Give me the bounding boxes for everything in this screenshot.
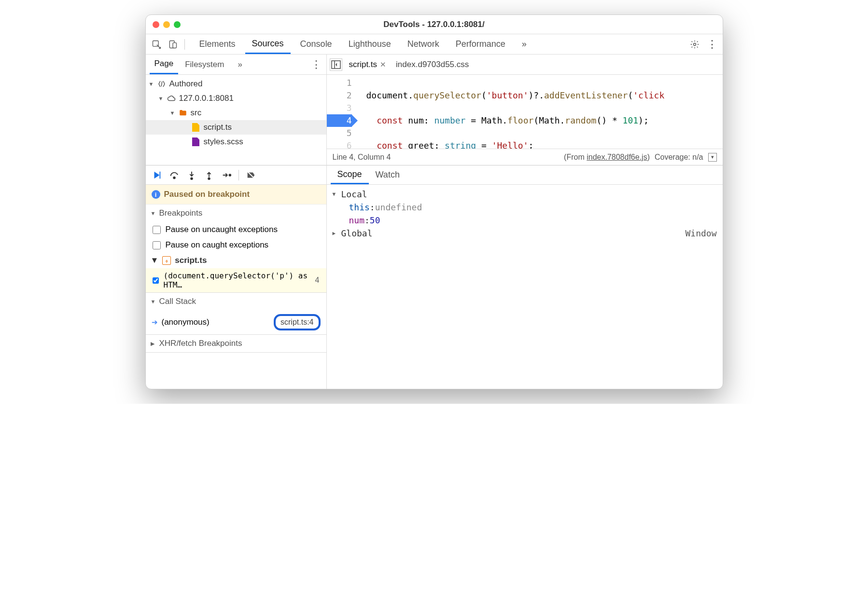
tree-label: 127.0.0.1:8081 xyxy=(179,94,234,103)
tree-label: script.ts xyxy=(204,123,232,132)
scope-this[interactable]: this: undefined xyxy=(330,201,720,214)
inspect-element-icon[interactable] xyxy=(150,38,163,51)
svg-point-3 xyxy=(693,43,696,45)
tab-scope[interactable]: Scope xyxy=(331,165,369,184)
chevron-down-icon: ▼ xyxy=(158,96,165,101)
tree-file-styles[interactable]: styles.scss xyxy=(146,135,326,149)
step-over-button[interactable] xyxy=(167,168,182,182)
resume-button[interactable] xyxy=(150,168,164,182)
tab-console[interactable]: Console xyxy=(294,34,339,54)
bp-option-uncaught[interactable]: Pause on uncaught exceptions xyxy=(146,222,326,237)
scope-local[interactable]: ▼ Local xyxy=(330,188,720,201)
navigator-pane: Page Filesystem » ⋮ ▼ Authored ▼ 127.0.0… xyxy=(146,55,327,165)
minimize-window-button[interactable] xyxy=(163,21,170,28)
folder-icon xyxy=(178,108,188,118)
tree-authored[interactable]: ▼ Authored xyxy=(146,77,326,91)
pause-banner: i Paused on breakpoint xyxy=(146,185,326,205)
svg-point-9 xyxy=(229,174,231,176)
svg-point-8 xyxy=(208,178,210,179)
chevron-down-icon: ▼ xyxy=(333,191,339,197)
tree-folder-src[interactable]: ▼ src xyxy=(146,106,326,120)
close-window-button[interactable] xyxy=(153,21,159,28)
breakpoint-row[interactable]: (document.querySelector('p') as HTM… 4 xyxy=(146,268,326,292)
nav-menu-icon[interactable]: ⋮ xyxy=(310,58,322,71)
gutter[interactable]: 1 2 3 4 5 6 xyxy=(327,75,357,149)
window-controls xyxy=(153,21,181,28)
stack-frame[interactable]: ➔ (anonymous) script.ts:4 xyxy=(146,310,326,334)
nav-tab-page[interactable]: Page xyxy=(150,55,179,74)
checkbox[interactable] xyxy=(153,241,161,249)
device-toolbar-icon[interactable] xyxy=(166,38,180,51)
chevron-down-icon: ▼ xyxy=(151,210,157,216)
toggle-navigator-icon[interactable] xyxy=(330,58,342,71)
bp-code: (document.querySelector('p') as HTM… xyxy=(164,271,310,289)
editor-tab-css[interactable]: index.d9703d55.css xyxy=(393,55,472,74)
close-tab-icon[interactable]: ✕ xyxy=(380,60,386,69)
bp-file-group[interactable]: ▼ ⬨ script.ts xyxy=(146,253,326,268)
code-brackets-icon xyxy=(157,79,167,89)
coverage-label: Coverage: n/a xyxy=(655,153,703,162)
checkbox[interactable] xyxy=(153,226,161,234)
code-editor[interactable]: 1 2 3 4 5 6 document.querySelector('butt… xyxy=(327,75,723,149)
current-frame-icon: ➔ xyxy=(152,318,158,327)
separator xyxy=(238,170,239,180)
tree-host[interactable]: ▼ 127.0.0.1:8081 xyxy=(146,91,326,106)
devtools-window: DevTools - 127.0.0.1:8081/ Elements Sour… xyxy=(145,14,723,389)
editor-statusbar: Line 4, Column 4 (From index.7808df6e.js… xyxy=(327,149,723,165)
tab-lighthouse[interactable]: Lighthouse xyxy=(342,34,398,54)
tab-elements[interactable]: Elements xyxy=(193,34,242,54)
settings-icon[interactable] xyxy=(688,38,701,51)
file-icon xyxy=(191,137,201,147)
main-toolbar: Elements Sources Console Lighthouse Netw… xyxy=(146,34,723,55)
section-header-xhr[interactable]: ▶ XHR/fetch Breakpoints xyxy=(146,335,326,352)
code-content[interactable]: document.querySelector('button')?.addEve… xyxy=(357,75,723,149)
checkbox[interactable] xyxy=(153,277,159,284)
editor-tabs: script.ts ✕ index.d9703d55.css xyxy=(327,55,723,75)
info-icon: i xyxy=(152,190,160,199)
step-button[interactable] xyxy=(219,168,234,182)
editor-tab-script[interactable]: script.ts ✕ xyxy=(346,55,390,74)
scope-body: ▼ Local this: undefined num: 50 ▶ Global… xyxy=(327,185,723,243)
separator xyxy=(184,39,185,50)
kebab-menu-icon[interactable]: ⋮ xyxy=(705,38,719,51)
chevron-right-icon: ▶ xyxy=(151,341,157,347)
panel-tabs: Elements Sources Console Lighthouse Netw… xyxy=(193,34,685,54)
file-icon xyxy=(191,123,201,132)
pause-reason: Paused on breakpoint xyxy=(164,190,250,199)
more-tabs-button[interactable]: » xyxy=(515,34,533,54)
step-out-button[interactable] xyxy=(202,168,216,182)
navigator-tabs: Page Filesystem » ⋮ xyxy=(146,55,326,75)
tree-label: Authored xyxy=(169,79,203,89)
tree-label: styles.scss xyxy=(204,137,243,147)
scope-var-num[interactable]: num: 50 xyxy=(330,214,720,227)
section-header-call-stack[interactable]: ▼ Call Stack xyxy=(146,293,326,310)
tree-label: src xyxy=(191,108,202,118)
chevron-down-icon: ▼ xyxy=(149,81,155,87)
scope-global[interactable]: ▶ Global Window xyxy=(330,227,720,240)
show-coverage-icon[interactable]: ▾ xyxy=(708,153,717,162)
tree-file-script[interactable]: script.ts xyxy=(146,120,326,135)
section-header-breakpoints[interactable]: ▼ Breakpoints xyxy=(146,205,326,222)
nav-tab-filesystem[interactable]: Filesystem xyxy=(180,55,229,74)
section-xhr: ▶ XHR/fetch Breakpoints xyxy=(146,335,326,353)
tab-performance[interactable]: Performance xyxy=(449,34,512,54)
source-map-link[interactable]: index.7808df6e.js xyxy=(587,153,647,161)
body: Page Filesystem » ⋮ ▼ Authored ▼ 127.0.0… xyxy=(146,55,723,389)
titlebar: DevTools - 127.0.0.1:8081/ xyxy=(146,15,723,34)
toolbar-right: ⋮ xyxy=(688,38,719,51)
bp-option-caught[interactable]: Pause on caught exceptions xyxy=(146,237,326,253)
nav-more-button[interactable]: » xyxy=(233,55,247,74)
tab-watch[interactable]: Watch xyxy=(369,165,406,184)
scope-pane: Scope Watch ▼ Local this: undefined num:… xyxy=(327,165,723,389)
deactivate-breakpoints-button[interactable] xyxy=(244,168,258,182)
chevron-down-icon: ▼ xyxy=(151,299,157,304)
frame-location[interactable]: script.ts:4 xyxy=(274,314,320,330)
cursor-position: Line 4, Column 4 xyxy=(333,153,391,162)
tab-sources[interactable]: Sources xyxy=(245,34,291,54)
step-into-button[interactable] xyxy=(184,168,199,182)
editor-tab-label: index.d9703d55.css xyxy=(396,60,469,69)
zoom-window-button[interactable] xyxy=(174,21,181,28)
tab-network[interactable]: Network xyxy=(401,34,446,54)
chevron-down-icon: ▼ xyxy=(151,256,159,265)
chevron-right-icon: ▶ xyxy=(333,230,339,236)
